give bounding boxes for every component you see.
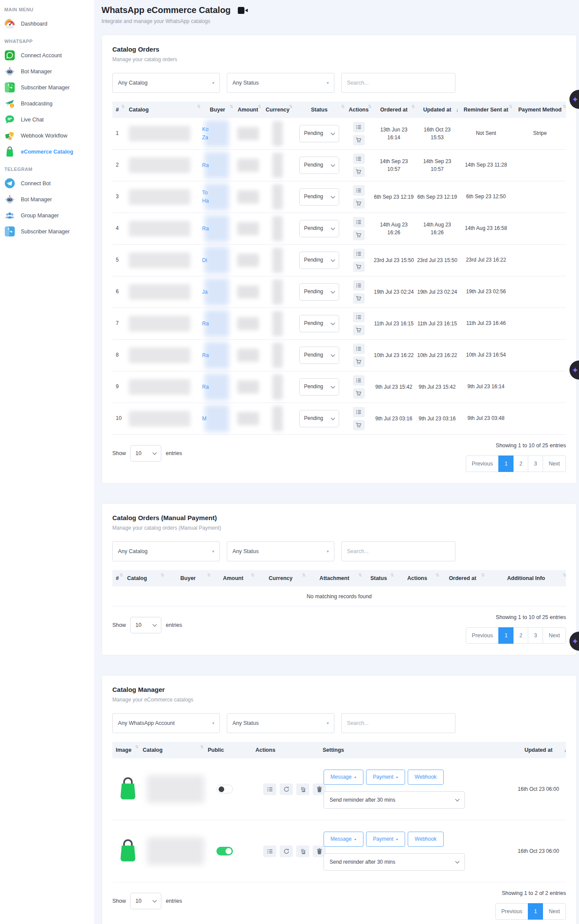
manager-page-1[interactable]: 1 xyxy=(528,903,543,920)
orders-page-next[interactable]: Next xyxy=(543,455,566,472)
sort-icon[interactable]: ⇅ xyxy=(359,572,362,579)
order-status-select[interactable]: Pending xyxy=(299,157,339,174)
sort-icon[interactable]: ⇅ xyxy=(302,572,306,579)
order-buyer-link[interactable]: Ra xyxy=(202,225,209,233)
sidebar-item-ecommerce-catalog[interactable]: eCommerce Catalog xyxy=(0,144,94,160)
manual-col-status[interactable]: Status⇅ xyxy=(363,570,395,587)
order-action-cart-icon[interactable] xyxy=(353,167,365,177)
manager-col-settings[interactable]: Settings xyxy=(319,742,510,758)
order-buyer-link[interactable]: Di xyxy=(202,256,207,265)
catalog-action-list-icon[interactable] xyxy=(263,845,276,857)
orders-catalog-filter[interactable]: Any Catalog▾ xyxy=(112,73,220,93)
orders-col-actions[interactable]: Actions⇅ xyxy=(345,102,372,118)
order-status-select[interactable]: Pending xyxy=(299,410,339,427)
sort-icon[interactable]: ⇅ xyxy=(289,104,293,110)
webhook-button[interactable]: Webhook xyxy=(408,770,443,785)
order-buyer-link[interactable]: KoZa xyxy=(202,125,209,142)
manual-page-2[interactable]: 2 xyxy=(513,627,528,644)
sidebar-item-bot-manager[interactable]: Bot Manager xyxy=(0,63,94,79)
orders-col--[interactable]: #⇅ xyxy=(112,102,125,118)
sidebar-item-connect-account[interactable]: Connect Account xyxy=(0,47,94,63)
order-action-cart-icon[interactable] xyxy=(353,357,365,367)
sidebar-item-connect-bot[interactable]: Connect Bot xyxy=(0,175,94,191)
order-status-select[interactable]: Pending xyxy=(299,188,339,206)
manual-col-actions[interactable]: Actions⇅ xyxy=(395,570,440,587)
manual-page-3[interactable]: 3 xyxy=(528,627,543,644)
sort-icon[interactable]: ⇅ xyxy=(258,104,262,110)
manual-col-currency[interactable]: Currency⇅ xyxy=(255,570,306,587)
orders-page-2[interactable]: 2 xyxy=(513,455,528,472)
sidebar-item-bot-manager[interactable]: Bot Manager xyxy=(0,191,94,207)
orders-col-ordered-at[interactable]: Ordered at⇅ xyxy=(372,102,415,118)
catalog-action-copy-icon[interactable] xyxy=(296,783,309,795)
sort-icon[interactable]: ⇅ xyxy=(563,104,566,110)
sort-icon[interactable]: ⇅ xyxy=(135,744,139,750)
orders-col-buyer[interactable]: Buyer⇅ xyxy=(201,102,234,118)
sort-icon[interactable]: ⇅ xyxy=(230,104,233,110)
order-action-cart-icon[interactable] xyxy=(353,198,365,209)
manual-status-filter[interactable]: Any Status▾ xyxy=(227,541,334,561)
catalog-action-copy-icon[interactable] xyxy=(296,845,309,857)
manager-page-size-select[interactable]: 10 xyxy=(130,893,161,909)
sort-icon[interactable]: ⇅ xyxy=(341,104,345,110)
sidebar-item-dashboard[interactable]: Dashboard xyxy=(0,16,94,32)
manager-col-updated-at[interactable]: Updated at↓ xyxy=(510,742,567,758)
orders-page-previous[interactable]: Previous xyxy=(466,455,499,472)
manual-col-ordered-at[interactable]: Ordered at⇅ xyxy=(440,570,485,587)
order-action-cart-icon[interactable] xyxy=(353,420,365,430)
order-buyer-link[interactable]: Ra xyxy=(202,351,209,360)
reminder-interval-select[interactable]: Send reminder after 30 mins xyxy=(324,791,465,809)
manager-page-next[interactable]: Next xyxy=(543,903,566,920)
order-buyer-link[interactable]: Ra xyxy=(202,383,209,391)
manual-search-input[interactable] xyxy=(341,541,455,561)
payment-button[interactable]: Payment▸ xyxy=(366,770,405,785)
sort-icon[interactable]: ⇅ xyxy=(436,572,439,579)
orders-status-filter[interactable]: Any Status▾ xyxy=(227,73,334,93)
webhook-button[interactable]: Webhook xyxy=(408,832,443,847)
sort-icon[interactable]: ⇅ xyxy=(120,572,123,579)
order-status-select[interactable]: Pending xyxy=(299,378,339,396)
order-action-list-icon[interactable] xyxy=(353,249,365,259)
orders-page-1[interactable]: 1 xyxy=(498,455,514,472)
sort-icon[interactable]: ⇅ xyxy=(161,572,164,579)
order-action-cart-icon[interactable] xyxy=(353,293,365,304)
sort-icon[interactable]: ⇅ xyxy=(251,572,255,579)
catalog-action-refresh-icon[interactable] xyxy=(280,783,293,795)
order-status-select[interactable]: Pending xyxy=(299,125,339,142)
manual-col-buyer[interactable]: Buyer⇅ xyxy=(165,570,211,587)
sort-icon[interactable]: ⇅ xyxy=(200,744,204,750)
order-action-cart-icon[interactable] xyxy=(353,262,365,272)
video-camera-icon[interactable] xyxy=(238,7,248,14)
payment-button[interactable]: Payment▸ xyxy=(366,832,405,847)
catalog-action-refresh-icon[interactable] xyxy=(280,845,293,857)
orders-search-input[interactable] xyxy=(341,73,455,93)
order-action-cart-icon[interactable] xyxy=(353,230,365,240)
order-status-select[interactable]: Pending xyxy=(299,283,339,301)
manual-page-next[interactable]: Next xyxy=(543,627,566,644)
order-status-select[interactable]: Pending xyxy=(299,252,339,269)
orders-col-updated-at[interactable]: Updated at↓ xyxy=(415,102,459,118)
reminder-interval-select[interactable]: Send reminder after 30 mins xyxy=(324,853,465,871)
order-action-list-icon[interactable] xyxy=(353,344,365,354)
manual-col-attachment[interactable]: Attachment⇅ xyxy=(306,570,363,587)
sidebar-item-live-chat[interactable]: Live Chat xyxy=(0,111,94,128)
sort-icon[interactable]: ⇅ xyxy=(481,572,485,579)
sidebar-item-subscriber-manager[interactable]: Subscriber Manager xyxy=(0,223,94,239)
sort-icon[interactable]: ⇅ xyxy=(391,572,394,579)
manual-col-additional-info[interactable]: Additional Info⇅ xyxy=(485,570,567,587)
order-action-list-icon[interactable] xyxy=(353,312,365,322)
order-action-list-icon[interactable] xyxy=(353,280,365,291)
manual-col--[interactable]: #⇅ xyxy=(112,570,124,587)
message-button[interactable]: Message▸ xyxy=(324,832,363,847)
sidebar-item-webhook-workflow[interactable]: Webhook Workflow xyxy=(0,128,94,144)
order-buyer-link[interactable]: M xyxy=(202,415,206,423)
sort-icon[interactable]: ⇅ xyxy=(509,104,513,110)
order-action-list-icon[interactable] xyxy=(353,217,365,227)
sort-icon[interactable]: ⇅ xyxy=(412,104,415,110)
orders-col-currency[interactable]: Currency⇅ xyxy=(262,102,293,118)
sort-desc-icon[interactable]: ↓ xyxy=(564,747,567,754)
order-action-list-icon[interactable] xyxy=(353,375,365,386)
sort-icon[interactable]: ⇅ xyxy=(197,104,201,110)
order-action-list-icon[interactable] xyxy=(353,122,365,132)
sort-desc-icon[interactable]: ↓ xyxy=(456,107,459,114)
